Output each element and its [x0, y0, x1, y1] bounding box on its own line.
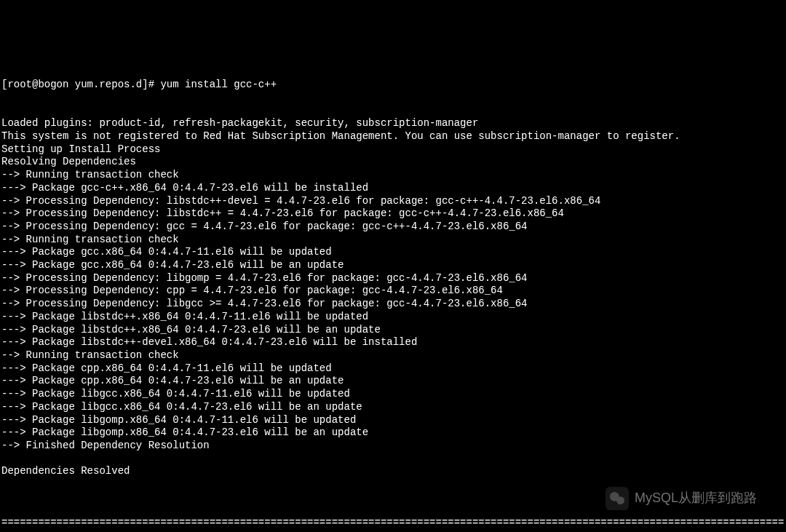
output-line: [1, 453, 785, 466]
output-line: ---> Package libstdc++.x86_64 0:4.4.7-23…: [1, 324, 785, 337]
output-line: ---> Package libgcc.x86_64 0:4.4.7-23.el…: [1, 401, 785, 414]
output-line: ---> Package libgomp.x86_64 0:4.4.7-23.e…: [1, 426, 785, 440]
output-line: --> Processing Dependency: cpp = 4.4.7-2…: [1, 285, 785, 298]
watermark: MySQL从删库到跑路: [606, 487, 757, 510]
output-line: --> Processing Dependency: libstdc++ = 4…: [1, 207, 785, 221]
output-line: --> Running transaction check: [1, 169, 785, 182]
output-line: --> Finished Dependency Resolution: [1, 440, 785, 453]
output-line: ---> Package libgomp.x86_64 0:4.4.7-11.e…: [1, 414, 785, 427]
prompt-line: [root@bogon yum.repos.d]# yum install gc…: [1, 79, 785, 92]
output-line: ---> Package gcc.x86_64 0:4.4.7-11.el6 w…: [1, 246, 785, 259]
output-line: --> Running transaction check: [1, 349, 785, 362]
output-line: ---> Package libstdc++-devel.x86_64 0:4.…: [1, 336, 785, 349]
output-line: ---> Package cpp.x86_64 0:4.4.7-23.el6 w…: [1, 375, 785, 388]
output-line: ---> Package libgcc.x86_64 0:4.4.7-11.el…: [1, 388, 785, 401]
output-line: This system is not registered to Red Hat…: [1, 130, 785, 143]
wechat-icon: [606, 487, 629, 510]
output-line: Loaded plugins: product-id, refresh-pack…: [1, 117, 785, 130]
output-line: --> Running transaction check: [1, 234, 785, 247]
output-line: --> Processing Dependency: libgcc >= 4.4…: [1, 298, 785, 311]
watermark-text: MySQL从删库到跑路: [635, 492, 757, 505]
output-line: ---> Package gcc-c++.x86_64 0:4.4.7-23.e…: [1, 182, 785, 195]
output-line: ---> Package libstdc++.x86_64 0:4.4.7-11…: [1, 311, 785, 324]
output-line: --> Processing Dependency: gcc = 4.4.7-2…: [1, 221, 785, 234]
terminal-output[interactable]: [root@bogon yum.repos.d]# yum install gc…: [1, 53, 785, 532]
output-line: --> Processing Dependency: libgomp = 4.4…: [1, 272, 785, 285]
output-line: ---> Package cpp.x86_64 0:4.4.7-11.el6 w…: [1, 362, 785, 376]
output-line: --> Processing Dependency: libstdc++-dev…: [1, 195, 785, 208]
output-line: Setting up Install Process: [1, 143, 785, 156]
svg-point-1: [616, 496, 624, 504]
output-line: ---> Package gcc.x86_64 0:4.4.7-23.el6 w…: [1, 259, 785, 272]
output-line: Resolving Dependencies: [1, 156, 785, 169]
divider-top: ========================================…: [1, 517, 785, 530]
output-line: Dependencies Resolved: [1, 465, 785, 478]
